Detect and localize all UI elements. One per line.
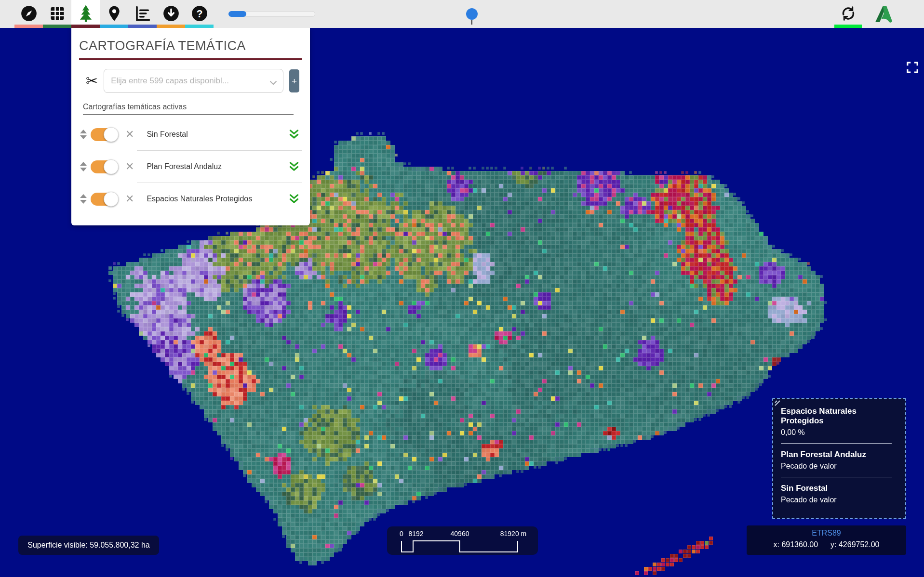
zoom-slider[interactable]	[230, 0, 327, 28]
layer-select-dropdown[interactable]: Elija entre 599 capas disponibl...	[104, 69, 283, 93]
layer-values-info-panel[interactable]: Espacios Naturales Protegidos 0,00 % Pla…	[772, 398, 906, 519]
fullscreen-icon	[906, 68, 919, 76]
info-item-value: Pecado de valor	[781, 496, 898, 504]
info-divider	[781, 477, 892, 477]
coordinates-readout: ETRS89 x: 691360.00 y: 4269752.00	[747, 525, 906, 555]
pine-tree-icon	[77, 4, 95, 24]
help-icon: ?	[190, 4, 209, 24]
layer-row-sin-forestal: ✕ Sin Forestal	[79, 118, 302, 150]
layer-name: Plan Forestal Andaluz	[147, 162, 288, 171]
top-toolbar: ?	[0, 0, 924, 28]
zoom-slider-handle[interactable]	[466, 8, 478, 20]
refresh-icon	[840, 5, 857, 24]
crs-link[interactable]: ETRS89	[747, 529, 906, 538]
layer-name: Sin Forestal	[147, 130, 288, 139]
remove-layer-icon[interactable]: ✕	[125, 161, 134, 172]
layer-visibility-toggle[interactable]	[91, 160, 115, 173]
map-scale-bar: 0 8192 40960 81920 m	[387, 526, 538, 555]
expand-layer-chevrons-icon[interactable]	[288, 160, 300, 173]
visible-surface-readout: Superficie visible: 59.055.800,32 ha	[18, 536, 159, 555]
fullscreen-button[interactable]	[904, 60, 921, 76]
compass-icon	[20, 4, 38, 24]
toolbar-tab-location[interactable]	[100, 0, 128, 28]
junta-andalucia-logo[interactable]	[870, 0, 896, 28]
active-layers-rule	[83, 114, 294, 115]
panel-title: CARTOGRAFÍA TEMÁTICA	[79, 39, 302, 53]
layer-row-espacios-naturales: ✕ Espacios Naturales Protegidos	[79, 183, 302, 215]
clip-scissors-icon[interactable]: ✂	[86, 74, 98, 88]
visible-surface-label: Superficie visible: 59.055.800,32 ha	[27, 541, 150, 550]
expand-layer-chevrons-icon[interactable]	[288, 193, 300, 205]
toolbar-tab-download[interactable]	[157, 0, 185, 28]
chevron-down-icon	[269, 79, 277, 87]
grid-icon	[49, 5, 66, 24]
expand-layer-chevrons-icon[interactable]	[288, 128, 300, 141]
reorder-arrows[interactable]	[80, 194, 87, 204]
toolbar-tab-compass[interactable]	[14, 0, 43, 28]
download-circle-icon	[162, 4, 180, 24]
layer-name: Espacios Naturales Protegidos	[147, 195, 288, 203]
svg-text:?: ?	[196, 8, 202, 19]
thematic-cartography-panel: CARTOGRAFÍA TEMÁTICA ✂ Elija entre 599 c…	[71, 28, 310, 225]
coordinate-y: y: 4269752.00	[830, 540, 879, 549]
refresh-button[interactable]	[834, 0, 862, 28]
toolbar-tab-thematic-cartography[interactable]	[71, 0, 100, 28]
info-item-title: Espacios Naturales Protegidos	[781, 407, 898, 426]
remove-layer-icon[interactable]: ✕	[125, 194, 134, 204]
location-pin-icon	[106, 5, 123, 24]
info-item-title: Plan Forestal Andaluz	[781, 450, 898, 459]
info-item-value: 0,00 %	[781, 428, 898, 437]
panel-title-accent-rule	[79, 58, 302, 60]
info-divider	[781, 443, 892, 444]
reorder-arrows[interactable]	[80, 162, 87, 171]
coordinate-x: x: 691360.00	[774, 540, 818, 549]
bar-chart-icon	[134, 5, 151, 24]
scale-bar-line	[387, 526, 538, 555]
remove-layer-icon[interactable]: ✕	[125, 129, 134, 140]
layer-visibility-toggle[interactable]	[91, 128, 115, 141]
layer-row-plan-forestal: ✕ Plan Forestal Andaluz	[79, 150, 302, 183]
layer-select-placeholder: Elija entre 599 capas disponibl...	[111, 76, 229, 86]
resize-grip-icon[interactable]	[774, 400, 781, 408]
info-item-value: Pecado de valor	[781, 462, 898, 471]
active-layers-heading: Cartografías temáticas activas	[83, 103, 300, 111]
layer-visibility-toggle[interactable]	[91, 193, 115, 206]
zoom-slider-fill	[228, 11, 246, 17]
toolbar-tab-help[interactable]: ?	[185, 0, 214, 28]
add-layer-button[interactable]: +	[289, 69, 299, 92]
info-item-title: Sin Forestal	[781, 484, 898, 493]
toolbar-tab-statistics[interactable]	[128, 0, 157, 28]
zoom-slider-tick	[471, 20, 472, 25]
toolbar-tab-grid[interactable]	[43, 0, 71, 28]
reorder-arrows[interactable]	[80, 130, 87, 139]
